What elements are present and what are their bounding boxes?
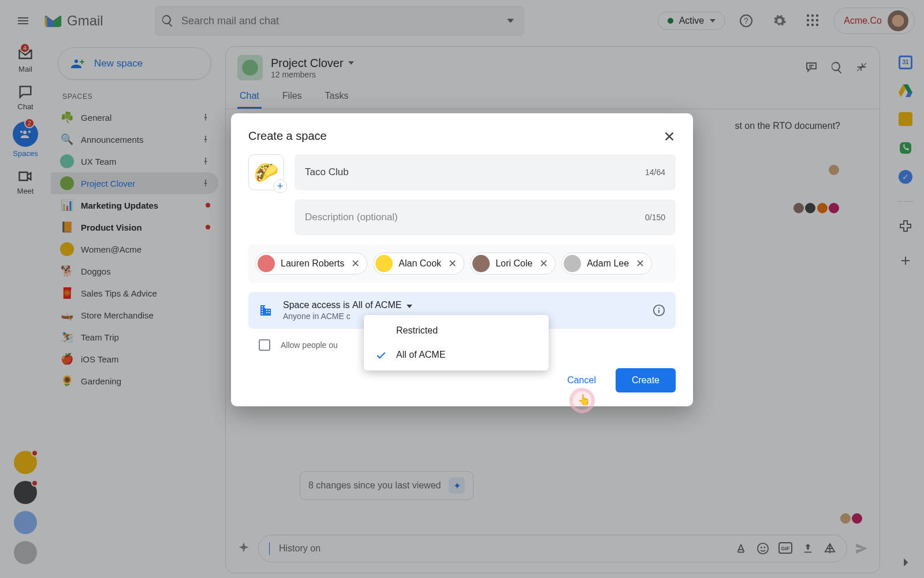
dialog-title: Create a space [248,129,327,143]
allow-external-checkbox[interactable] [259,339,270,351]
space-name-field[interactable]: Taco Club 14/64 [295,154,676,190]
access-prefix: Space access is [283,300,352,310]
access-dropdown: Restricted All of ACME 👆 [364,315,549,370]
access-value: All of ACME [352,300,401,310]
info-icon[interactable] [653,304,665,317]
close-icon [663,130,676,143]
space-access-row[interactable]: Space access is All of ACME Anyone in AC… [248,292,676,329]
chip-avatar [258,255,275,272]
access-option-all[interactable]: All of ACME 👆 [364,343,549,367]
add-emoji-icon: + [273,179,287,193]
chip-avatar [375,255,393,272]
person-chip[interactable]: Lori Cole✕ [470,253,556,275]
cursor-icon: 👆 [578,394,590,406]
dialog-close-button[interactable] [663,130,676,143]
chip-remove-icon[interactable]: ✕ [538,257,549,270]
space-emoji: 🌮 [254,161,278,184]
chevron-down-icon [407,305,412,308]
create-space-dialog: Create a space 🌮 + Taco Club 14/64 Descr… [231,113,693,406]
svg-rect-11 [658,310,660,313]
space-emoji-picker[interactable]: 🌮 + [248,154,284,190]
person-chip[interactable]: Alan Cook✕ [373,253,464,275]
people-chips-field[interactable]: Lauren Roberts✕Alan Cook✕Lori Cole✕Adam … [248,244,676,283]
chip-name: Adam Lee [587,258,629,269]
space-description-field[interactable]: Description (optional) 0/150 [295,199,676,235]
chip-remove-icon[interactable]: ✕ [447,257,458,270]
chip-avatar [472,255,490,272]
chip-name: Lauren Roberts [281,258,344,269]
desc-placeholder: Description (optional) [305,212,398,223]
person-chip[interactable]: Adam Lee✕ [561,253,652,275]
svg-point-10 [658,307,660,309]
chip-name: Lori Cole [495,258,532,269]
check-icon [375,350,387,361]
allow-external-label: Allow people ou [281,340,338,350]
access-option-restricted[interactable]: Restricted [364,318,549,343]
space-name-value: Taco Club [305,166,349,178]
chip-remove-icon[interactable]: ✕ [635,257,646,270]
person-chip[interactable]: Lauren Roberts✕ [255,253,367,275]
chip-remove-icon[interactable]: ✕ [350,257,361,270]
create-button[interactable]: Create [616,368,676,392]
domain-icon [259,303,273,317]
desc-char-counter: 0/150 [645,213,665,222]
cancel-button[interactable]: Cancel [559,369,604,391]
chip-avatar [564,255,581,272]
chip-name: Alan Cook [398,258,441,269]
name-char-counter: 14/64 [645,168,665,177]
